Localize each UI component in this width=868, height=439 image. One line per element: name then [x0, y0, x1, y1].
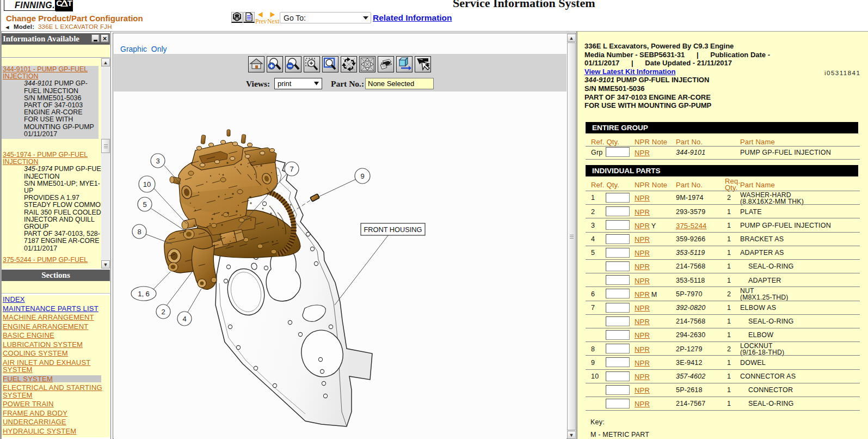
svg-text:3: 3	[156, 157, 159, 165]
svg-text:5: 5	[143, 200, 146, 209]
svg-text:2: 2	[161, 308, 165, 316]
svg-text:10: 10	[143, 180, 151, 188]
svg-text:4: 4	[182, 315, 186, 323]
svg-text:1, 6: 1, 6	[138, 290, 150, 298]
svg-text:8: 8	[137, 228, 141, 236]
svg-text:FRONT HOUSING: FRONT HOUSING	[364, 225, 422, 234]
svg-text:7: 7	[290, 165, 293, 173]
svg-text:9: 9	[360, 172, 364, 180]
